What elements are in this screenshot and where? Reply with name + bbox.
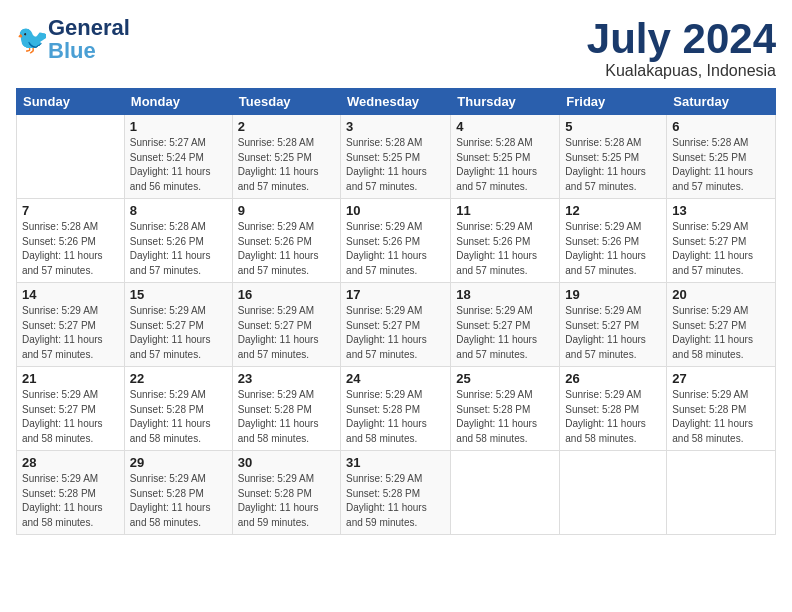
day-number: 21 (22, 371, 119, 386)
calendar-cell: 3Sunrise: 5:28 AM Sunset: 5:25 PM Daylig… (341, 115, 451, 199)
weekday-header-friday: Friday (560, 89, 667, 115)
calendar-cell: 13Sunrise: 5:29 AM Sunset: 5:27 PM Dayli… (667, 199, 776, 283)
calendar-cell (667, 451, 776, 535)
calendar-cell: 21Sunrise: 5:29 AM Sunset: 5:27 PM Dayli… (17, 367, 125, 451)
day-detail: Sunrise: 5:28 AM Sunset: 5:25 PM Dayligh… (456, 136, 554, 194)
day-detail: Sunrise: 5:29 AM Sunset: 5:28 PM Dayligh… (22, 472, 119, 530)
day-detail: Sunrise: 5:29 AM Sunset: 5:26 PM Dayligh… (456, 220, 554, 278)
day-number: 19 (565, 287, 661, 302)
day-detail: Sunrise: 5:28 AM Sunset: 5:26 PM Dayligh… (130, 220, 227, 278)
calendar-week-4: 21Sunrise: 5:29 AM Sunset: 5:27 PM Dayli… (17, 367, 776, 451)
day-number: 12 (565, 203, 661, 218)
day-number: 29 (130, 455, 227, 470)
day-detail: Sunrise: 5:29 AM Sunset: 5:27 PM Dayligh… (22, 388, 119, 446)
calendar-cell: 31Sunrise: 5:29 AM Sunset: 5:28 PM Dayli… (341, 451, 451, 535)
day-number: 24 (346, 371, 445, 386)
day-number: 27 (672, 371, 770, 386)
calendar-cell: 11Sunrise: 5:29 AM Sunset: 5:26 PM Dayli… (451, 199, 560, 283)
day-detail: Sunrise: 5:29 AM Sunset: 5:27 PM Dayligh… (130, 304, 227, 362)
calendar-cell: 27Sunrise: 5:29 AM Sunset: 5:28 PM Dayli… (667, 367, 776, 451)
location-subtitle: Kualakapuas, Indonesia (587, 62, 776, 80)
day-number: 28 (22, 455, 119, 470)
day-number: 18 (456, 287, 554, 302)
day-number: 7 (22, 203, 119, 218)
calendar-cell: 30Sunrise: 5:29 AM Sunset: 5:28 PM Dayli… (232, 451, 340, 535)
title-block: July 2024 Kualakapuas, Indonesia (587, 16, 776, 80)
day-number: 20 (672, 287, 770, 302)
calendar-cell: 18Sunrise: 5:29 AM Sunset: 5:27 PM Dayli… (451, 283, 560, 367)
calendar-cell: 1Sunrise: 5:27 AM Sunset: 5:24 PM Daylig… (124, 115, 232, 199)
day-number: 25 (456, 371, 554, 386)
logo-general: General (48, 15, 130, 40)
day-detail: Sunrise: 5:29 AM Sunset: 5:28 PM Dayligh… (672, 388, 770, 446)
day-number: 3 (346, 119, 445, 134)
day-number: 6 (672, 119, 770, 134)
day-number: 16 (238, 287, 335, 302)
calendar-cell (17, 115, 125, 199)
calendar-cell: 29Sunrise: 5:29 AM Sunset: 5:28 PM Dayli… (124, 451, 232, 535)
logo: 🐦 General Blue (16, 16, 130, 62)
calendar-header: SundayMondayTuesdayWednesdayThursdayFrid… (17, 89, 776, 115)
day-detail: Sunrise: 5:29 AM Sunset: 5:27 PM Dayligh… (346, 304, 445, 362)
day-detail: Sunrise: 5:27 AM Sunset: 5:24 PM Dayligh… (130, 136, 227, 194)
calendar-cell: 8Sunrise: 5:28 AM Sunset: 5:26 PM Daylig… (124, 199, 232, 283)
day-detail: Sunrise: 5:29 AM Sunset: 5:28 PM Dayligh… (238, 472, 335, 530)
month-title: July 2024 (587, 16, 776, 62)
day-number: 23 (238, 371, 335, 386)
day-number: 5 (565, 119, 661, 134)
calendar-week-5: 28Sunrise: 5:29 AM Sunset: 5:28 PM Dayli… (17, 451, 776, 535)
day-detail: Sunrise: 5:29 AM Sunset: 5:26 PM Dayligh… (565, 220, 661, 278)
day-number: 22 (130, 371, 227, 386)
day-number: 13 (672, 203, 770, 218)
bird-icon: 🐦 (16, 21, 46, 57)
day-detail: Sunrise: 5:29 AM Sunset: 5:28 PM Dayligh… (456, 388, 554, 446)
calendar-cell: 2Sunrise: 5:28 AM Sunset: 5:25 PM Daylig… (232, 115, 340, 199)
calendar-cell: 12Sunrise: 5:29 AM Sunset: 5:26 PM Dayli… (560, 199, 667, 283)
weekday-header-saturday: Saturday (667, 89, 776, 115)
calendar-cell: 25Sunrise: 5:29 AM Sunset: 5:28 PM Dayli… (451, 367, 560, 451)
day-detail: Sunrise: 5:29 AM Sunset: 5:28 PM Dayligh… (130, 388, 227, 446)
day-detail: Sunrise: 5:29 AM Sunset: 5:27 PM Dayligh… (565, 304, 661, 362)
day-detail: Sunrise: 5:29 AM Sunset: 5:27 PM Dayligh… (456, 304, 554, 362)
day-detail: Sunrise: 5:29 AM Sunset: 5:28 PM Dayligh… (346, 388, 445, 446)
calendar-cell: 9Sunrise: 5:29 AM Sunset: 5:26 PM Daylig… (232, 199, 340, 283)
calendar-cell: 22Sunrise: 5:29 AM Sunset: 5:28 PM Dayli… (124, 367, 232, 451)
day-detail: Sunrise: 5:29 AM Sunset: 5:27 PM Dayligh… (672, 304, 770, 362)
day-detail: Sunrise: 5:29 AM Sunset: 5:28 PM Dayligh… (565, 388, 661, 446)
day-number: 14 (22, 287, 119, 302)
calendar-cell: 26Sunrise: 5:29 AM Sunset: 5:28 PM Dayli… (560, 367, 667, 451)
day-detail: Sunrise: 5:28 AM Sunset: 5:25 PM Dayligh… (346, 136, 445, 194)
calendar-week-2: 7Sunrise: 5:28 AM Sunset: 5:26 PM Daylig… (17, 199, 776, 283)
day-detail: Sunrise: 5:29 AM Sunset: 5:26 PM Dayligh… (346, 220, 445, 278)
day-number: 26 (565, 371, 661, 386)
calendar-cell: 19Sunrise: 5:29 AM Sunset: 5:27 PM Dayli… (560, 283, 667, 367)
day-detail: Sunrise: 5:29 AM Sunset: 5:27 PM Dayligh… (238, 304, 335, 362)
day-number: 15 (130, 287, 227, 302)
day-number: 9 (238, 203, 335, 218)
day-detail: Sunrise: 5:28 AM Sunset: 5:25 PM Dayligh… (672, 136, 770, 194)
calendar-cell: 17Sunrise: 5:29 AM Sunset: 5:27 PM Dayli… (341, 283, 451, 367)
day-number: 8 (130, 203, 227, 218)
day-detail: Sunrise: 5:29 AM Sunset: 5:27 PM Dayligh… (672, 220, 770, 278)
calendar-cell: 6Sunrise: 5:28 AM Sunset: 5:25 PM Daylig… (667, 115, 776, 199)
calendar-cell: 7Sunrise: 5:28 AM Sunset: 5:26 PM Daylig… (17, 199, 125, 283)
day-number: 31 (346, 455, 445, 470)
day-detail: Sunrise: 5:29 AM Sunset: 5:28 PM Dayligh… (238, 388, 335, 446)
calendar-cell: 10Sunrise: 5:29 AM Sunset: 5:26 PM Dayli… (341, 199, 451, 283)
calendar-cell: 23Sunrise: 5:29 AM Sunset: 5:28 PM Dayli… (232, 367, 340, 451)
day-detail: Sunrise: 5:28 AM Sunset: 5:25 PM Dayligh… (565, 136, 661, 194)
calendar-cell: 20Sunrise: 5:29 AM Sunset: 5:27 PM Dayli… (667, 283, 776, 367)
weekday-header-monday: Monday (124, 89, 232, 115)
calendar-cell: 14Sunrise: 5:29 AM Sunset: 5:27 PM Dayli… (17, 283, 125, 367)
page-header: 🐦 General Blue July 2024 Kualakapuas, In… (16, 16, 776, 80)
calendar-cell: 15Sunrise: 5:29 AM Sunset: 5:27 PM Dayli… (124, 283, 232, 367)
day-detail: Sunrise: 5:29 AM Sunset: 5:26 PM Dayligh… (238, 220, 335, 278)
calendar-cell: 16Sunrise: 5:29 AM Sunset: 5:27 PM Dayli… (232, 283, 340, 367)
calendar-cell: 28Sunrise: 5:29 AM Sunset: 5:28 PM Dayli… (17, 451, 125, 535)
day-number: 10 (346, 203, 445, 218)
weekday-header-thursday: Thursday (451, 89, 560, 115)
calendar-cell: 5Sunrise: 5:28 AM Sunset: 5:25 PM Daylig… (560, 115, 667, 199)
day-number: 17 (346, 287, 445, 302)
calendar-cell: 4Sunrise: 5:28 AM Sunset: 5:25 PM Daylig… (451, 115, 560, 199)
calendar-cell (560, 451, 667, 535)
